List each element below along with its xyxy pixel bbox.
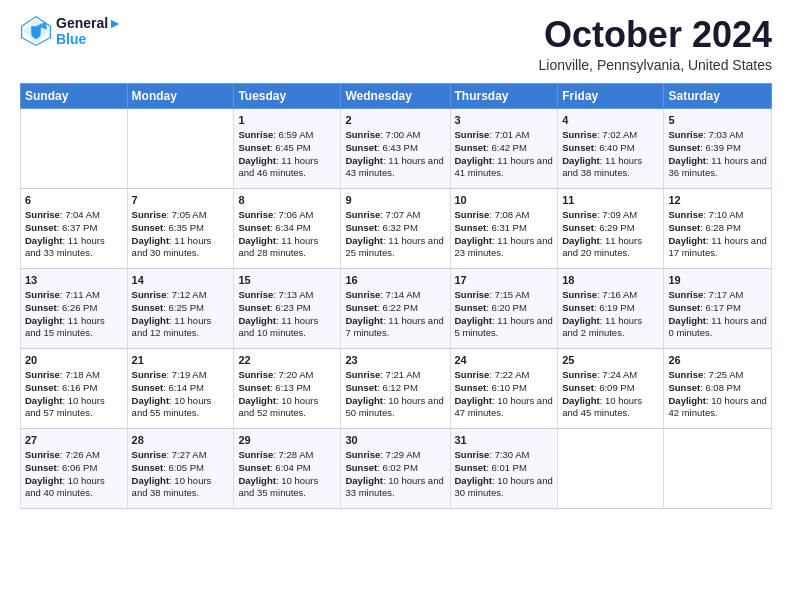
- day-info: Sunrise: 7:18 AM: [25, 369, 123, 382]
- day-info: Daylight: 10 hours and 35 minutes.: [238, 475, 336, 501]
- day-info: Sunrise: 7:28 AM: [238, 449, 336, 462]
- day-info: Sunset: 6:16 PM: [25, 382, 123, 395]
- day-number: 25: [562, 353, 659, 368]
- day-number: 11: [562, 193, 659, 208]
- day-info: Sunrise: 7:07 AM: [345, 209, 445, 222]
- calendar-cell: 16Sunrise: 7:14 AMSunset: 6:22 PMDayligh…: [341, 268, 450, 348]
- day-number: 8: [238, 193, 336, 208]
- calendar-cell: 22Sunrise: 7:20 AMSunset: 6:13 PMDayligh…: [234, 348, 341, 428]
- day-info: Sunrise: 7:10 AM: [668, 209, 767, 222]
- day-info: Sunrise: 7:06 AM: [238, 209, 336, 222]
- day-header-row: Sunday Monday Tuesday Wednesday Thursday…: [21, 83, 772, 108]
- day-info: Sunset: 6:12 PM: [345, 382, 445, 395]
- calendar-cell: 24Sunrise: 7:22 AMSunset: 6:10 PMDayligh…: [450, 348, 558, 428]
- day-number: 20: [25, 353, 123, 368]
- day-info: Sunset: 6:37 PM: [25, 222, 123, 235]
- header-monday: Monday: [127, 83, 234, 108]
- day-number: 15: [238, 273, 336, 288]
- day-info: Daylight: 10 hours and 33 minutes.: [345, 475, 445, 501]
- day-info: Sunset: 6:14 PM: [132, 382, 230, 395]
- day-info: Sunset: 6:26 PM: [25, 302, 123, 315]
- calendar-cell: 28Sunrise: 7:27 AMSunset: 6:05 PMDayligh…: [127, 428, 234, 508]
- calendar-week-2: 6Sunrise: 7:04 AMSunset: 6:37 PMDaylight…: [21, 188, 772, 268]
- calendar-week-1: 1Sunrise: 6:59 AMSunset: 6:45 PMDaylight…: [21, 108, 772, 188]
- calendar-cell: 7Sunrise: 7:05 AMSunset: 6:35 PMDaylight…: [127, 188, 234, 268]
- day-info: Sunrise: 7:15 AM: [455, 289, 554, 302]
- day-info: Daylight: 11 hours and 28 minutes.: [238, 235, 336, 261]
- header-wednesday: Wednesday: [341, 83, 450, 108]
- day-info: Sunset: 6:40 PM: [562, 142, 659, 155]
- calendar-cell: 15Sunrise: 7:13 AMSunset: 6:23 PMDayligh…: [234, 268, 341, 348]
- day-number: 19: [668, 273, 767, 288]
- calendar-cell: 17Sunrise: 7:15 AMSunset: 6:20 PMDayligh…: [450, 268, 558, 348]
- calendar-cell: 23Sunrise: 7:21 AMSunset: 6:12 PMDayligh…: [341, 348, 450, 428]
- calendar-cell: 10Sunrise: 7:08 AMSunset: 6:31 PMDayligh…: [450, 188, 558, 268]
- day-number: 28: [132, 433, 230, 448]
- day-info: Sunrise: 7:30 AM: [455, 449, 554, 462]
- header: General► Blue October 2024 Lionville, Pe…: [20, 15, 772, 73]
- title-area: October 2024 Lionville, Pennsylvania, Un…: [539, 15, 772, 73]
- day-number: 6: [25, 193, 123, 208]
- calendar-cell: 20Sunrise: 7:18 AMSunset: 6:16 PMDayligh…: [21, 348, 128, 428]
- day-info: Sunrise: 7:00 AM: [345, 129, 445, 142]
- day-info: Daylight: 10 hours and 57 minutes.: [25, 395, 123, 421]
- day-number: 24: [455, 353, 554, 368]
- day-number: 26: [668, 353, 767, 368]
- day-number: 27: [25, 433, 123, 448]
- day-info: Sunrise: 7:24 AM: [562, 369, 659, 382]
- day-info: Daylight: 11 hours and 41 minutes.: [455, 155, 554, 181]
- day-info: Sunrise: 7:20 AM: [238, 369, 336, 382]
- calendar-cell: [558, 428, 664, 508]
- day-number: 9: [345, 193, 445, 208]
- day-info: Sunset: 6:39 PM: [668, 142, 767, 155]
- day-info: Sunset: 6:22 PM: [345, 302, 445, 315]
- day-info: Sunset: 6:35 PM: [132, 222, 230, 235]
- calendar-cell: 14Sunrise: 7:12 AMSunset: 6:25 PMDayligh…: [127, 268, 234, 348]
- day-number: 10: [455, 193, 554, 208]
- day-info: Sunrise: 7:05 AM: [132, 209, 230, 222]
- day-number: 23: [345, 353, 445, 368]
- day-info: Sunset: 6:19 PM: [562, 302, 659, 315]
- day-number: 17: [455, 273, 554, 288]
- day-info: Daylight: 10 hours and 55 minutes.: [132, 395, 230, 421]
- calendar-cell: 30Sunrise: 7:29 AMSunset: 6:02 PMDayligh…: [341, 428, 450, 508]
- day-info: Daylight: 11 hours and 0 minutes.: [668, 315, 767, 341]
- day-number: 13: [25, 273, 123, 288]
- day-number: 21: [132, 353, 230, 368]
- day-info: Daylight: 10 hours and 38 minutes.: [132, 475, 230, 501]
- calendar-cell: 27Sunrise: 7:26 AMSunset: 6:06 PMDayligh…: [21, 428, 128, 508]
- day-info: Sunrise: 7:16 AM: [562, 289, 659, 302]
- day-number: 12: [668, 193, 767, 208]
- calendar-cell: [127, 108, 234, 188]
- calendar-cell: 5Sunrise: 7:03 AMSunset: 6:39 PMDaylight…: [664, 108, 772, 188]
- header-sunday: Sunday: [21, 83, 128, 108]
- calendar-cell: 21Sunrise: 7:19 AMSunset: 6:14 PMDayligh…: [127, 348, 234, 428]
- day-number: 4: [562, 113, 659, 128]
- month-title: October 2024: [539, 15, 772, 55]
- day-info: Daylight: 11 hours and 33 minutes.: [25, 235, 123, 261]
- calendar-week-3: 13Sunrise: 7:11 AMSunset: 6:26 PMDayligh…: [21, 268, 772, 348]
- calendar-cell: 13Sunrise: 7:11 AMSunset: 6:26 PMDayligh…: [21, 268, 128, 348]
- day-info: Sunset: 6:43 PM: [345, 142, 445, 155]
- day-info: Daylight: 11 hours and 36 minutes.: [668, 155, 767, 181]
- day-number: 22: [238, 353, 336, 368]
- day-info: Sunset: 6:25 PM: [132, 302, 230, 315]
- day-info: Sunset: 6:08 PM: [668, 382, 767, 395]
- day-info: Sunset: 6:23 PM: [238, 302, 336, 315]
- calendar-cell: [664, 428, 772, 508]
- calendar-cell: [21, 108, 128, 188]
- day-info: Daylight: 10 hours and 45 minutes.: [562, 395, 659, 421]
- day-info: Daylight: 11 hours and 5 minutes.: [455, 315, 554, 341]
- day-info: Daylight: 11 hours and 46 minutes.: [238, 155, 336, 181]
- calendar-cell: 31Sunrise: 7:30 AMSunset: 6:01 PMDayligh…: [450, 428, 558, 508]
- day-number: 29: [238, 433, 336, 448]
- day-number: 1: [238, 113, 336, 128]
- header-thursday: Thursday: [450, 83, 558, 108]
- day-info: Daylight: 11 hours and 43 minutes.: [345, 155, 445, 181]
- day-info: Sunset: 6:10 PM: [455, 382, 554, 395]
- day-info: Sunrise: 7:19 AM: [132, 369, 230, 382]
- day-number: 5: [668, 113, 767, 128]
- day-number: 2: [345, 113, 445, 128]
- day-info: Sunset: 6:34 PM: [238, 222, 336, 235]
- day-info: Sunrise: 7:22 AM: [455, 369, 554, 382]
